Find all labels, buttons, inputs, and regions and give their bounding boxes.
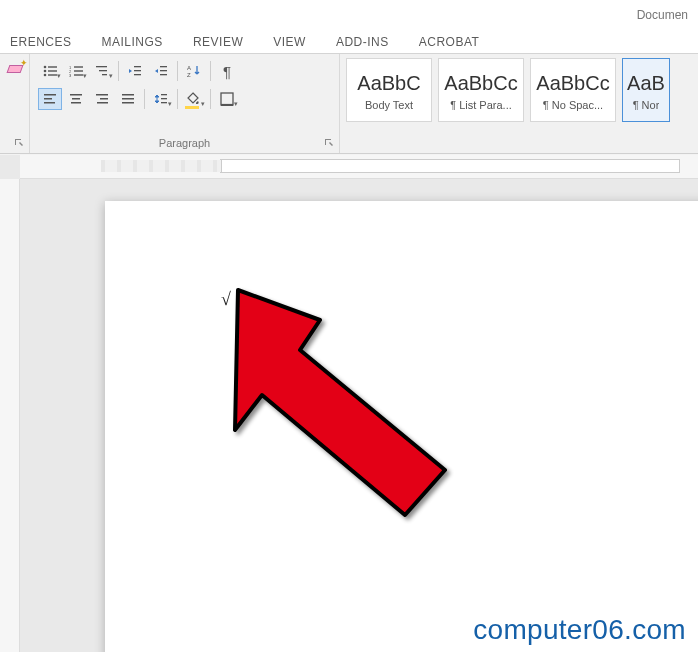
ribbon: ✦ ▾ 123 ▾ ▾: [0, 54, 698, 154]
clipboard-group-partial: ✦: [0, 54, 30, 153]
vertical-ruler[interactable]: [0, 179, 20, 652]
svg-point-0: [44, 66, 47, 69]
paragraph-group-label: Paragraph: [38, 137, 331, 151]
style-normal[interactable]: AaB ¶ Nor: [622, 58, 670, 122]
svg-rect-27: [72, 98, 80, 100]
document-title: Documen: [637, 8, 688, 22]
line-spacing-button[interactable]: ▾: [149, 88, 173, 110]
tab-view[interactable]: VIEW: [269, 31, 310, 53]
align-left-button[interactable]: [38, 88, 62, 110]
tab-mailings[interactable]: MAILINGS: [98, 31, 167, 53]
borders-button[interactable]: ▾: [215, 88, 239, 110]
svg-rect-28: [71, 102, 81, 104]
svg-rect-29: [96, 94, 108, 96]
svg-rect-38: [221, 93, 233, 105]
svg-rect-13: [99, 70, 107, 71]
sort-button[interactable]: AZ: [182, 60, 206, 82]
justify-button[interactable]: [116, 88, 140, 110]
window-titlebar: Documen: [0, 0, 698, 30]
watermark-text: computer06.com: [473, 614, 686, 646]
style-preview: AaBbCc: [444, 72, 517, 95]
document-page[interactable]: √: [105, 201, 698, 652]
svg-rect-14: [102, 74, 107, 75]
tab-addins[interactable]: ADD-INS: [332, 31, 393, 53]
svg-rect-30: [100, 98, 108, 100]
svg-rect-3: [48, 70, 57, 71]
svg-point-4: [44, 74, 47, 77]
svg-rect-35: [161, 94, 167, 95]
numbering-button[interactable]: 123 ▾: [64, 60, 88, 82]
tab-references[interactable]: ERENCES: [6, 31, 76, 53]
svg-rect-15: [134, 66, 141, 67]
svg-text:A: A: [187, 65, 191, 71]
svg-rect-25: [44, 102, 55, 104]
styles-group: AaBbC Body Text AaBbCc ¶ List Para... Aa…: [340, 54, 698, 153]
paragraph-dialog-launcher-icon[interactable]: [323, 137, 335, 149]
clear-formatting-icon[interactable]: ✦: [4, 60, 26, 80]
separator: [177, 61, 178, 81]
style-name: Body Text: [365, 99, 413, 111]
separator: [177, 89, 178, 109]
svg-rect-23: [44, 94, 56, 96]
style-preview: AaBbC: [357, 72, 420, 95]
svg-rect-24: [44, 98, 52, 100]
svg-rect-37: [161, 102, 167, 103]
svg-text:Z: Z: [187, 72, 191, 78]
style-name: ¶ Nor: [633, 99, 660, 111]
svg-rect-33: [122, 98, 134, 100]
shading-button[interactable]: ▾: [182, 88, 206, 110]
tab-review[interactable]: REVIEW: [189, 31, 247, 53]
document-content: √: [221, 289, 231, 310]
show-hide-paragraph-button[interactable]: ¶: [215, 60, 239, 82]
multilevel-list-button[interactable]: ▾: [90, 60, 114, 82]
styles-group-label: [346, 149, 696, 151]
svg-rect-36: [161, 98, 167, 99]
separator: [210, 89, 211, 109]
svg-rect-18: [160, 66, 167, 67]
svg-rect-9: [74, 70, 83, 71]
svg-rect-5: [48, 74, 57, 75]
style-no-spacing[interactable]: AaBbCc ¶ No Spac...: [530, 58, 616, 122]
svg-rect-17: [134, 74, 141, 75]
svg-rect-34: [122, 102, 134, 104]
svg-rect-11: [74, 74, 83, 75]
align-right-button[interactable]: [90, 88, 114, 110]
tab-acrobat[interactable]: ACROBAT: [415, 31, 484, 53]
separator: [144, 89, 145, 109]
svg-rect-26: [70, 94, 82, 96]
style-preview: AaBbCc: [536, 72, 609, 95]
separator: [210, 61, 211, 81]
svg-rect-31: [97, 102, 108, 104]
style-preview: AaB: [627, 72, 665, 95]
separator: [118, 61, 119, 81]
svg-rect-1: [48, 66, 57, 67]
style-body-text[interactable]: AaBbC Body Text: [346, 58, 432, 122]
styles-gallery[interactable]: AaBbC Body Text AaBbCc ¶ List Para... Aa…: [346, 58, 696, 122]
svg-text:3: 3: [69, 73, 72, 77]
workspace: √: [0, 155, 698, 652]
align-center-button[interactable]: [64, 88, 88, 110]
ribbon-tabs: ERENCES MAILINGS REVIEW VIEW ADD-INS ACR…: [0, 30, 698, 54]
svg-rect-12: [96, 66, 107, 67]
svg-rect-19: [160, 70, 167, 71]
svg-rect-20: [160, 74, 167, 75]
decrease-indent-button[interactable]: [123, 60, 147, 82]
horizontal-ruler[interactable]: [20, 155, 698, 179]
dialog-launcher-icon[interactable]: [13, 137, 25, 149]
style-list-paragraph[interactable]: AaBbCc ¶ List Para...: [438, 58, 524, 122]
style-name: ¶ List Para...: [450, 99, 512, 111]
bullets-button[interactable]: ▾: [38, 60, 62, 82]
svg-rect-16: [134, 70, 141, 71]
svg-rect-32: [122, 94, 134, 96]
svg-point-2: [44, 70, 47, 73]
paragraph-group: ▾ 123 ▾ ▾ AZ: [30, 54, 340, 153]
increase-indent-button[interactable]: [149, 60, 173, 82]
svg-rect-7: [74, 66, 83, 67]
style-name: ¶ No Spac...: [543, 99, 603, 111]
